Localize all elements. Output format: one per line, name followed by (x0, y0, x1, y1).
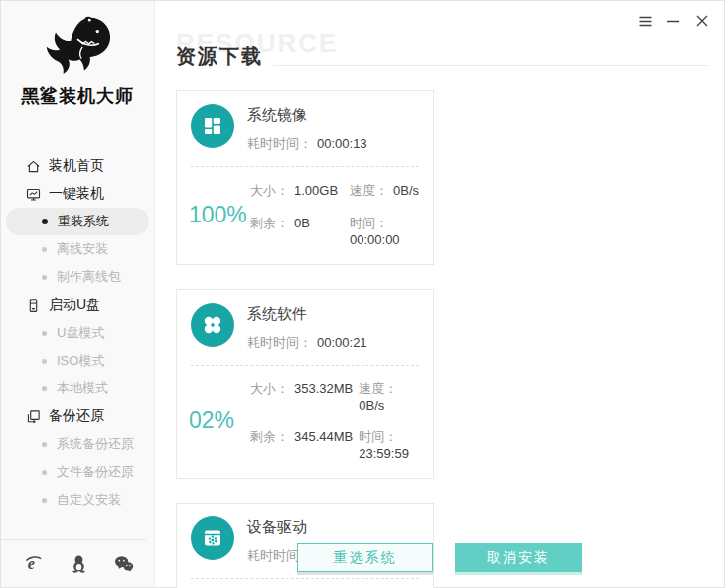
stat-remaining: 剩余：0B (250, 215, 344, 247)
page-title: 资源下载 (176, 43, 263, 70)
reselect-system-button[interactable]: 重选系统 (297, 543, 433, 572)
ie-icon[interactable]: e (23, 553, 43, 573)
sidebar-item-label: 离线安装 (57, 240, 108, 258)
bullet-icon (42, 386, 47, 391)
sidebar-item-label: 制作离线包 (57, 268, 121, 286)
elapsed-time: 耗时时间：00:00:13 (247, 135, 367, 153)
usb-drive-icon (25, 297, 41, 313)
progress-percent: 100% (189, 202, 250, 228)
card-title: 系统镜像 (247, 106, 367, 125)
system-software-icon (191, 303, 234, 347)
divider (273, 65, 709, 66)
sidebar-item-label: 装机首页 (49, 157, 104, 175)
bullet-icon (42, 470, 47, 475)
sidebar-item-boot-usb[interactable]: 启动U盘 (1, 291, 154, 319)
window-controls (637, 13, 710, 29)
app-logo: 黑鲨装机大师 (1, 1, 154, 108)
wechat-icon[interactable] (114, 553, 134, 573)
sidebar-item-label: 备份还原 (49, 407, 104, 425)
card-title: 系统软件 (247, 305, 367, 324)
close-icon[interactable] (694, 13, 710, 29)
sidebar: 黑鲨装机大师 装机首页 一键装机 重装系统 离线安装 (1, 1, 155, 587)
sidebar-item-usb-mode[interactable]: U盘模式 (6, 319, 149, 347)
sidebar-footer: e (1, 539, 154, 587)
page-header: RESOURCE 资源下载 (176, 43, 709, 70)
stat-remaining: 剩余：345.44MB (250, 428, 353, 461)
bullet-icon (42, 331, 47, 336)
sidebar-item-make-offline-package[interactable]: 制作离线包 (6, 263, 149, 291)
minimize-icon[interactable] (665, 13, 681, 29)
sidebar-item-reinstall-system[interactable]: 重装系统 (6, 208, 149, 235)
sidebar-item-label: 文件备份还原 (57, 463, 134, 481)
app-window: 黑鲨装机大师 装机首页 一键装机 重装系统 离线安装 (0, 0, 725, 588)
card-system-software: 系统软件 耗时时间：00:00:21 02% 大小：353.32MB 速度：0B… (176, 289, 434, 479)
card-system-image: 系统镜像 耗时时间：00:00:13 100% 大小：1.00GB 速度：0B/… (176, 90, 434, 265)
bullet-icon (42, 498, 47, 503)
app-title: 黑鲨装机大师 (1, 84, 154, 108)
stat-speed: 速度：0B/s (359, 380, 425, 413)
shark-logo-icon (36, 13, 119, 78)
main-content: RESOURCE 资源下载 系统镜像 耗时时间：00:00:13 (155, 1, 724, 587)
sidebar-nav: 装机首页 一键装机 重装系统 离线安装 制作离线包 (1, 152, 154, 514)
cancel-install-button[interactable]: 取消安装 (455, 543, 582, 572)
backup-restore-icon (25, 408, 41, 424)
bullet-icon (42, 275, 47, 280)
sidebar-item-label: 一键装机 (49, 185, 104, 203)
bullet-icon (42, 442, 47, 447)
menu-icon[interactable] (637, 13, 652, 29)
one-key-install-icon (25, 186, 41, 202)
sidebar-item-offline-install[interactable]: 离线安装 (6, 235, 149, 263)
elapsed-time: 耗时时间：00:00:21 (247, 334, 367, 352)
sidebar-item-label: U盘模式 (57, 324, 104, 342)
sidebar-item-label: 本地模式 (57, 379, 108, 397)
progress-percent: 02% (189, 407, 250, 434)
sidebar-item-system-backup-restore[interactable]: 系统备份还原 (6, 430, 149, 458)
sidebar-item-label: 重装系统 (58, 213, 109, 230)
stat-time: 时间：23:59:59 (359, 428, 425, 461)
stat-size: 大小：1.00GB (250, 182, 344, 200)
sidebar-item-iso-mode[interactable]: ISO模式 (6, 347, 149, 374)
qq-icon[interactable] (69, 553, 88, 573)
sidebar-item-file-backup-restore[interactable]: 文件备份还原 (6, 458, 149, 486)
sidebar-item-backup-restore[interactable]: 备份还原 (1, 402, 154, 430)
sidebar-item-local-mode[interactable]: 本地模式 (6, 374, 149, 402)
system-image-icon (191, 104, 234, 148)
sidebar-item-label: ISO模式 (57, 352, 104, 369)
bullet-icon (42, 247, 47, 252)
action-buttons: 重选系统 取消安装 (155, 543, 724, 572)
download-cards: 系统镜像 耗时时间：00:00:13 100% 大小：1.00GB 速度：0B/… (176, 90, 709, 588)
bullet-icon (42, 359, 47, 364)
stat-size: 大小：353.32MB (250, 380, 353, 413)
card-title: 设备驱动 (247, 518, 367, 537)
sidebar-item-install-home[interactable]: 装机首页 (1, 152, 154, 180)
bullet-icon (42, 219, 48, 224)
sidebar-item-label: 自定义安装 (57, 491, 121, 509)
home-icon (25, 158, 41, 174)
sidebar-item-custom-install[interactable]: 自定义安装 (6, 486, 149, 514)
sidebar-item-one-key-install[interactable]: 一键装机 (1, 180, 154, 208)
stat-time: 时间：00:00:00 (350, 215, 425, 247)
sidebar-item-label: 启动U盘 (49, 296, 100, 314)
stat-speed: 速度：0B/s (350, 182, 425, 200)
sidebar-item-label: 系统备份还原 (57, 435, 134, 453)
